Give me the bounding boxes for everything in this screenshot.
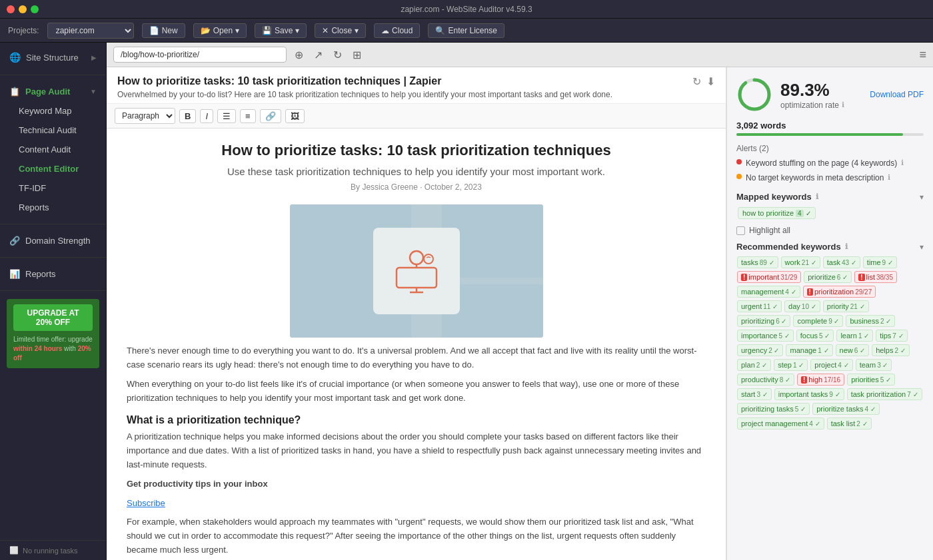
new-button[interactable]: 📄 New: [142, 23, 185, 38]
sidebar-item-tf-idf[interactable]: TF-IDF: [0, 178, 106, 198]
alert-2-info-icon[interactable]: ℹ: [888, 172, 890, 183]
sidebar-item-keyword-map[interactable]: Keyword Map: [0, 101, 106, 121]
sidebar-item-site-structure[interactable]: 🌐 Site Structure ▶: [0, 47, 106, 68]
recommended-keywords-section-row[interactable]: Recommended keywords ℹ ▾: [736, 242, 924, 252]
rec-keyword-tag[interactable]: !high 17/16: [797, 374, 844, 386]
sidebar-item-content-editor[interactable]: Content Editor: [0, 159, 106, 178]
sidebar-item-domain-strength[interactable]: 🔗 Domain Strength: [0, 231, 106, 250]
rec-keyword-tag[interactable]: management 4 ✓: [737, 286, 800, 298]
rec-keyword-tag[interactable]: work 21 ✓: [781, 256, 820, 268]
close-x-icon: ✕: [322, 26, 329, 35]
grid-button[interactable]: ⊞: [350, 47, 364, 63]
page-title-content: How to prioritize tasks: 10 task priorit…: [117, 75, 692, 99]
share-button[interactable]: ↗: [311, 47, 325, 63]
add-url-button[interactable]: ⊕: [292, 47, 306, 63]
sidebar-divider-3: [0, 257, 106, 258]
maximize-icon[interactable]: [31, 5, 39, 13]
rec-keyword-tag[interactable]: start 3 ✓: [737, 388, 772, 400]
rec-keyword-tag[interactable]: priorities 5 ✓: [847, 374, 895, 386]
rec-keyword-tag[interactable]: tasks 89 ✓: [737, 256, 778, 268]
sidebar-item-page-audit[interactable]: 📋 Page Audit ▼: [0, 82, 106, 101]
rec-keyword-tag[interactable]: priority 21 ✓: [823, 300, 869, 312]
rec-keyword-tag[interactable]: !important 31/29: [737, 271, 801, 283]
close-icon[interactable]: [7, 5, 15, 13]
unordered-list-button[interactable]: ≡: [240, 109, 256, 123]
rec-keyword-tag[interactable]: plan 2 ✓: [737, 359, 771, 371]
rec-keyword-tag[interactable]: prioritizing 6 ✓: [737, 315, 790, 327]
rec-keyword-tag[interactable]: team 3 ✓: [856, 359, 892, 371]
rec-keyword-tag[interactable]: step 1 ✓: [774, 359, 808, 371]
alert-item-1: Keyword stuffing on the page (4 keywords…: [736, 157, 924, 169]
search-icon: 🔍: [435, 26, 445, 35]
link-button[interactable]: 🔗: [260, 109, 281, 123]
rec-keyword-tag[interactable]: learn 1 ✓: [836, 330, 873, 342]
download-page-icon[interactable]: ⬇: [706, 75, 715, 88]
rec-keyword-tag[interactable]: urgency 2 ✓: [737, 344, 783, 356]
upgrade-button[interactable]: UPGRADE AT 20% OFF: [13, 304, 93, 331]
mapped-keyword-row: how to prioritize 4 ✓: [736, 206, 924, 220]
alert-1-info-icon[interactable]: ℹ: [901, 157, 904, 168]
open-button[interactable]: 📂 Open ▾: [193, 23, 247, 38]
mapped-kw-info-icon[interactable]: ℹ: [816, 192, 818, 201]
no-tasks-bar: ⬜ No running tasks: [0, 540, 106, 560]
close-button[interactable]: ✕ Close ▾: [315, 23, 366, 38]
mapped-keywords-section-row[interactable]: Mapped keywords ℹ ▾: [736, 192, 924, 202]
rec-keyword-tag[interactable]: new 6 ✓: [836, 344, 870, 356]
download-pdf-link[interactable]: Download PDF: [870, 90, 924, 99]
rec-keyword-tag[interactable]: prioritize tasks 4 ✓: [812, 403, 880, 415]
rec-keyword-tag[interactable]: business 2 ✓: [846, 315, 895, 327]
bold-button[interactable]: B: [179, 109, 196, 123]
url-input[interactable]: [113, 47, 287, 63]
rec-tag-count: 7 ✓: [907, 391, 918, 398]
danger-alert-icon: !: [858, 274, 864, 281]
rec-tag-count: 11 ✓: [763, 303, 778, 310]
sidebar-item-technical-audit[interactable]: Technical Audit: [0, 121, 106, 140]
refresh-button[interactable]: ↻: [331, 47, 345, 63]
rec-keyword-tag[interactable]: tips 7 ✓: [876, 330, 907, 342]
rec-keyword-tag[interactable]: task prioritization 7 ✓: [847, 388, 922, 400]
rec-keyword-tag[interactable]: task list 2 ✓: [827, 418, 872, 429]
rec-keyword-tag[interactable]: !list 38/35: [854, 271, 897, 283]
rec-keyword-tag[interactable]: prioritizing tasks 5 ✓: [737, 403, 810, 415]
rec-keyword-tag[interactable]: prioritize 6 ✓: [804, 271, 852, 283]
image-button[interactable]: 🖼: [285, 109, 305, 123]
rec-kw-info-icon[interactable]: ℹ: [845, 242, 848, 251]
rec-keyword-tag[interactable]: time 9 ✓: [863, 256, 897, 268]
editor-content[interactable]: How to prioritize tasks: 10 task priorit…: [107, 129, 726, 560]
rec-tag-count: 6 ✓: [776, 318, 786, 325]
paragraph-select[interactable]: Paragraph: [115, 108, 175, 124]
rec-keyword-tag[interactable]: project management 4 ✓: [737, 418, 824, 429]
project-select[interactable]: zapier.com: [47, 23, 134, 39]
rec-keyword-tag[interactable]: importance 5 ✓: [737, 330, 794, 342]
window-controls: [7, 5, 39, 13]
sidebar-item-reports[interactable]: 📊 Reports: [0, 264, 106, 284]
sidebar-item-reports-page-audit[interactable]: Reports: [0, 198, 106, 217]
rec-keyword-tag[interactable]: complete 9 ✓: [793, 315, 843, 327]
menu-button[interactable]: ≡: [919, 48, 926, 62]
rec-keyword-tag[interactable]: productivity 8 ✓: [737, 374, 794, 386]
rec-keyword-tag[interactable]: task 43 ✓: [823, 256, 860, 268]
rec-keyword-tag[interactable]: urgent 11 ✓: [737, 300, 782, 312]
sidebar-item-content-audit[interactable]: Content Audit: [0, 140, 106, 159]
refresh-page-icon[interactable]: ↻: [692, 75, 701, 88]
rec-keyword-tag[interactable]: !prioritization 29/27: [803, 286, 876, 298]
article-p1: There's never enough time to do everythi…: [127, 344, 706, 372]
cloud-button[interactable]: ☁ Cloud: [374, 23, 420, 38]
rec-keyword-tag[interactable]: project 4 ✓: [810, 359, 852, 371]
upgrade-box: UPGRADE AT 20% OFF Limited time offer: u…: [7, 299, 99, 368]
italic-button[interactable]: I: [200, 109, 213, 123]
rec-keyword-tag[interactable]: important tasks 9 ✓: [774, 388, 844, 400]
sidebar-section-page-audit: 📋 Page Audit ▼ Keyword Map Technical Aud…: [0, 78, 106, 221]
highlight-all-checkbox[interactable]: [736, 226, 745, 235]
optimization-info-icon[interactable]: ℹ: [842, 101, 844, 109]
rec-keyword-tag[interactable]: helps 2 ✓: [872, 344, 910, 356]
mapped-keyword-tag[interactable]: how to prioritize 4 ✓: [738, 207, 816, 219]
minimize-icon[interactable]: [19, 5, 27, 13]
ordered-list-button[interactable]: ☰: [217, 109, 236, 123]
save-button[interactable]: 💾 Save ▾: [255, 23, 307, 38]
rec-keyword-tag[interactable]: day 10 ✓: [784, 300, 820, 312]
rec-keyword-tag[interactable]: manage 1 ✓: [786, 344, 832, 356]
license-button[interactable]: 🔍 Enter License: [428, 23, 504, 38]
article-image: [290, 204, 543, 338]
rec-keyword-tag[interactable]: focus 5 ✓: [796, 330, 834, 342]
